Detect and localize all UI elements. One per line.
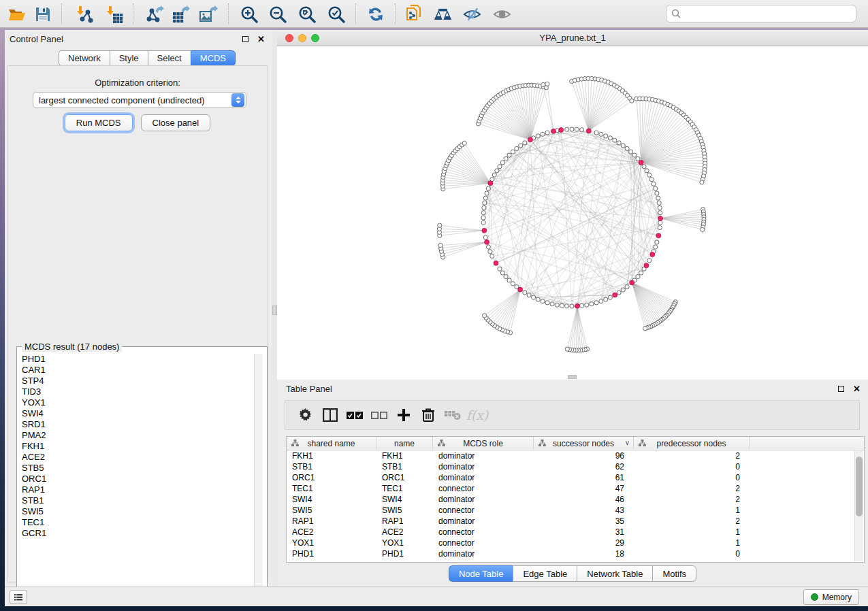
network-node[interactable] [565,304,569,308]
mcds-result-item[interactable]: ORC1 [18,474,257,484]
network-node[interactable] [579,303,583,308]
import-network-icon[interactable] [76,5,94,23]
network-node[interactable] [483,196,487,200]
deselect-all-icon[interactable] [367,405,391,425]
network-node[interactable] [649,177,654,181]
network-node[interactable] [486,186,490,191]
network-node[interactable] [625,285,629,289]
table-row[interactable]: STB1STB1dominator620 [287,461,864,472]
network-node[interactable] [483,235,487,240]
network-node[interactable] [575,127,579,131]
network-node[interactable] [656,196,660,200]
network-node[interactable] [541,132,545,136]
network-mcds-node[interactable] [575,303,579,308]
network-node[interactable] [658,225,662,229]
network-node[interactable] [481,211,485,215]
import-table-icon[interactable] [106,5,124,23]
network-node[interactable] [541,299,545,303]
mcds-result-item[interactable]: TID3 [18,386,257,397]
network-mcds-node[interactable] [485,240,489,244]
network-node[interactable] [555,303,559,307]
zoom-in-icon[interactable] [240,5,258,23]
copy-network-icon[interactable] [404,5,423,23]
network-node[interactable] [545,131,549,135]
network-node[interactable] [482,205,486,210]
network-node[interactable] [507,153,511,157]
network-node[interactable] [604,134,608,138]
network-view[interactable] [277,46,868,380]
tab-mcds[interactable]: MCDS [191,50,236,66]
network-node[interactable] [647,173,652,177]
open-folder-icon[interactable] [7,5,26,23]
table-row[interactable]: TEC1TEC1connector472 [287,483,864,494]
network-node[interactable] [645,169,649,173]
network-mcds-node[interactable] [644,263,649,268]
network-node[interactable] [654,186,658,191]
network-node[interactable] [523,291,527,295]
network-mcds-node[interactable] [586,129,591,133]
network-node[interactable] [495,169,499,173]
float-table-panel-icon[interactable] [837,384,846,393]
column-header-name[interactable]: name [376,437,433,450]
network-mcds-node[interactable] [482,228,487,233]
column-header-shared-name[interactable]: shared name [287,437,376,450]
zoom-fit-icon[interactable] [298,5,316,23]
mcds-result-item[interactable]: TEC1 [18,517,257,528]
network-node[interactable] [565,347,569,351]
network-node[interactable] [481,216,485,220]
network-node[interactable] [621,144,625,148]
network-node[interactable] [438,223,442,227]
network-mcds-node[interactable] [630,280,634,285]
tab-network[interactable]: Network [59,50,110,66]
close-table-panel-icon[interactable]: ✕ [852,384,861,393]
network-node[interactable] [590,302,594,306]
network-node[interactable] [594,131,598,135]
network-mcds-node[interactable] [494,261,498,265]
network-node[interactable] [617,291,621,295]
network-node[interactable] [511,150,515,154]
network-node[interactable] [570,127,574,131]
mcds-result-item[interactable]: SRD1 [18,419,257,430]
network-node[interactable] [519,144,523,148]
network-node[interactable] [642,165,646,169]
canvas-resize-handle[interactable] [568,375,577,379]
network-node[interactable] [498,165,502,169]
network-node[interactable] [507,278,511,282]
export-network-icon[interactable] [146,5,164,23]
table-row[interactable]: RAP1RAP1dominator352 [287,516,864,527]
export-image-icon[interactable] [199,5,218,23]
network-node[interactable] [625,146,629,150]
network-window-titlebar[interactable]: YPA_prune.txt_1 [277,30,868,46]
network-node[interactable] [629,150,633,154]
network-node[interactable] [632,153,637,157]
network-node[interactable] [536,297,540,301]
network-node[interactable] [531,295,535,299]
mcds-result-item[interactable]: STP4 [18,376,257,386]
mcds-result-item[interactable]: STB1 [18,495,257,506]
select-all-icon[interactable] [342,405,367,425]
network-node[interactable] [617,141,621,145]
show-column-panel-icon[interactable] [318,405,342,425]
export-table-icon[interactable] [172,5,190,23]
network-node[interactable] [630,99,634,103]
splitter-handle[interactable] [272,306,277,315]
network-node[interactable] [613,138,617,142]
network-node[interactable] [585,303,589,307]
column-header-predecessor-nodes[interactable]: predecessor nodes [634,437,750,450]
network-node[interactable] [488,250,492,254]
network-node[interactable] [536,134,540,138]
show-details-icon[interactable] [493,5,511,23]
network-mcds-node[interactable] [658,216,662,220]
network-node[interactable] [701,227,705,231]
network-node[interactable] [481,220,485,225]
tab-network-table[interactable]: Network Table [577,565,652,582]
network-node[interactable] [658,205,662,210]
mcds-result-item[interactable]: YOX1 [18,397,257,408]
network-node[interactable] [492,173,496,177]
network-node[interactable] [500,161,504,165]
network-node[interactable] [483,201,487,205]
network-node[interactable] [541,82,545,86]
network-node[interactable] [485,191,489,195]
mcds-result-item[interactable]: STB5 [18,463,257,474]
first-neighbors-icon[interactable] [434,5,452,23]
